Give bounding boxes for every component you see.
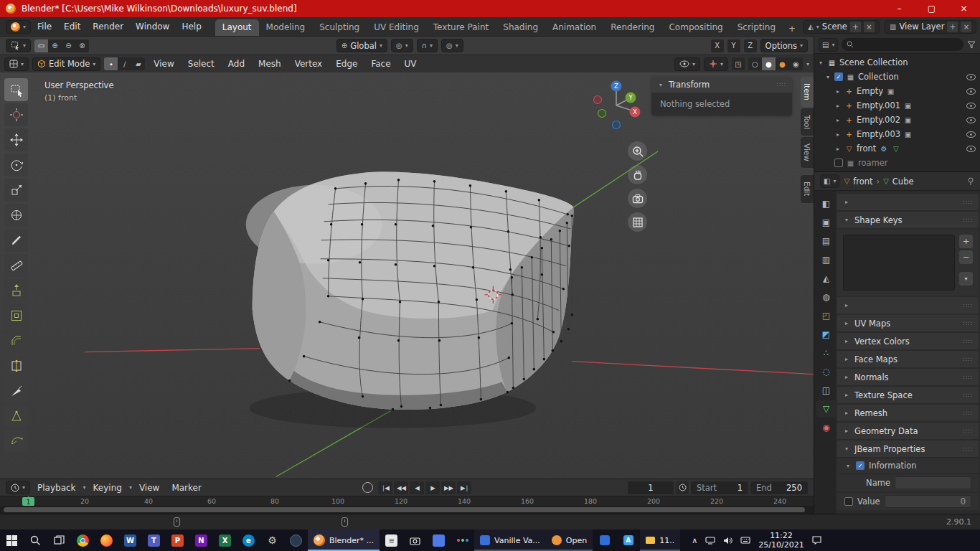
panel-shape-keys[interactable]: ▾ Shape Keys ∷∷ — [837, 212, 979, 228]
breadcrumb-object[interactable]: front — [853, 176, 872, 187]
vertex-select-icon[interactable]: ∙ — [104, 57, 118, 70]
mirror-x-toggle[interactable]: X — [711, 39, 724, 52]
notification-center-icon[interactable] — [812, 536, 821, 545]
object-visibility-dropdown[interactable]: ▾ — [674, 57, 700, 71]
sidebar-tab-tool[interactable]: Tool — [801, 108, 814, 136]
disclosure-icon[interactable]: ▾ — [824, 74, 831, 80]
rotate-tool[interactable] — [4, 154, 28, 176]
ortho-grid-button[interactable] — [628, 212, 647, 232]
disclosure-icon[interactable]: ▸ — [834, 131, 842, 138]
information-subpanel-header[interactable]: ▾ ✓ Information — [837, 458, 979, 473]
value-checkbox[interactable] — [844, 497, 853, 506]
pin-id-button[interactable] — [967, 177, 974, 186]
tab-object[interactable]: ◰ — [816, 307, 836, 324]
properties-editor-type-button[interactable]: ◧ ▾ — [820, 174, 839, 188]
disclosure-icon[interactable]: ▸ — [834, 117, 842, 123]
translate-taskbar-icon[interactable]: A — [616, 529, 640, 551]
task-view-button[interactable] — [47, 529, 71, 551]
editor-type-button[interactable]: ▾ — [6, 39, 31, 52]
proportional-editing-dropdown[interactable]: ◎ ▾ — [441, 39, 463, 52]
camera-taskbar-icon[interactable] — [403, 529, 427, 551]
disclosure-icon[interactable]: ▸ — [843, 338, 850, 344]
panel-face-maps[interactable]: ▸ Face Maps ∷∷ — [837, 351, 979, 367]
new-scene-button[interactable]: + — [850, 22, 861, 32]
disclosure-icon[interactable]: ▸ — [834, 146, 842, 152]
outliner-search-input[interactable] — [842, 38, 963, 51]
network-icon[interactable] — [705, 537, 715, 545]
face-select-icon[interactable]: ▰ — [131, 57, 145, 70]
gizmos-dropdown[interactable]: ▾ — [704, 57, 728, 71]
tab-material[interactable]: ◉ — [816, 419, 836, 436]
collection-checkbox[interactable] — [834, 159, 843, 167]
timeline-ruler[interactable]: 1 20 40 60 80 100 120 140 160 180 200 22… — [0, 496, 814, 506]
tab-tool[interactable]: ◧ — [816, 195, 836, 212]
annotate-tool[interactable] — [4, 229, 28, 252]
jump-to-start-button[interactable]: ∣◀ — [378, 481, 392, 494]
scale-tool[interactable] — [4, 179, 28, 202]
menu-marker[interactable]: Marker — [166, 481, 206, 495]
panel-collapsed[interactable]: ▸ ∷∷ — [837, 297, 979, 314]
visibility-eye-icon[interactable] — [966, 131, 976, 138]
loop-cut-tool[interactable] — [4, 354, 28, 377]
add-workspace-button[interactable]: + — [783, 22, 801, 36]
panel-texture-space[interactable]: ▸ Texture Space ∷∷ — [837, 387, 979, 403]
panel-jbeam-properties[interactable]: ▾ JBeam Properties ∷∷ — [837, 441, 979, 457]
scrollbar-thumb[interactable] — [4, 507, 805, 512]
shape-key-specials-button[interactable]: ▾ — [959, 272, 973, 286]
shading-material-icon[interactable]: ● — [776, 57, 789, 70]
shading-rendered-icon[interactable]: ◉ — [789, 57, 803, 70]
scene-selector[interactable]: ◭ ▾ Scene + × — [803, 20, 880, 34]
auto-keying-record-button[interactable] — [362, 482, 373, 493]
panel-grip-icon[interactable]: ∷∷ — [963, 338, 973, 345]
mirror-z-toggle[interactable]: Z — [744, 39, 757, 52]
vanille-task-button[interactable]: Vanille Va... — [474, 529, 546, 551]
measure-tool[interactable] — [4, 254, 28, 277]
disclosure-icon[interactable]: ▾ — [817, 60, 824, 66]
tab-modeling[interactable]: Modeling — [259, 19, 313, 36]
timeline-editor-type-button[interactable]: ▾ — [6, 481, 30, 494]
store-taskbar-icon[interactable] — [427, 529, 451, 551]
collection-checkbox[interactable]: ✓ — [834, 72, 843, 81]
pan-hand-button[interactable] — [628, 165, 647, 184]
outliner-row-roamer[interactable]: ▦ roamer — [814, 156, 980, 170]
outliner-row-empty-003[interactable]: ▸ + Empty.003 ▣ — [814, 127, 980, 141]
close-button[interactable]: × — [948, 0, 980, 17]
disclosure-icon[interactable]: ▸ — [843, 356, 850, 362]
transform-panel-header[interactable]: ▾ Transform ∷∷ — [651, 77, 792, 93]
volume-icon[interactable] — [723, 537, 732, 545]
panel-normals[interactable]: ▸ Normals ∷∷ — [837, 369, 979, 385]
select-subtract-icon[interactable]: ⊖ — [62, 39, 75, 52]
move-tool[interactable] — [4, 128, 28, 151]
panel-grip-icon[interactable]: ∷∷ — [963, 217, 973, 224]
menu-edit[interactable]: Edit — [58, 19, 86, 34]
panel-remesh[interactable]: ▸ Remesh ∷∷ — [837, 405, 979, 421]
disclosure-icon[interactable]: ▸ — [834, 103, 842, 109]
panel-vertex-colors[interactable]: ▸ Vertex Colors ∷∷ — [837, 333, 979, 349]
blender-task-button[interactable]: Blender* ... — [308, 529, 380, 551]
tab-layout[interactable]: Layout — [215, 19, 259, 36]
sidebar-tab-view[interactable]: View — [801, 137, 814, 168]
shading-options-chevron-icon[interactable]: ▾ — [806, 61, 809, 67]
tab-render[interactable]: ▣ — [816, 214, 836, 231]
prev-keyframe-button[interactable]: ◀◀ — [394, 481, 408, 494]
menu-timeline-view[interactable]: View — [134, 481, 164, 495]
new-view-layer-button[interactable]: + — [947, 22, 958, 32]
menu-uv[interactable]: UV — [400, 57, 422, 71]
tab-scene[interactable]: ◭ — [816, 270, 836, 287]
extrude-region-tool[interactable] — [4, 279, 28, 302]
panel-grip-icon[interactable]: ∷∷ — [963, 199, 973, 206]
tray-chevron-icon[interactable]: ∧ — [692, 536, 697, 545]
remote-taskbar-icon[interactable] — [593, 529, 616, 551]
next-keyframe-button[interactable]: ▶▶ — [441, 481, 456, 494]
menu-face[interactable]: Face — [366, 57, 395, 71]
outliner-row-empty[interactable]: ▸ + Empty ▣ — [814, 84, 980, 98]
panel-grip-icon[interactable]: ∷∷ — [963, 410, 973, 417]
information-checkbox[interactable]: ✓ — [856, 461, 864, 470]
settings-taskbar-icon[interactable]: ⚙ — [260, 529, 284, 551]
select-set-icon[interactable]: ▭ — [34, 39, 48, 52]
unlink-scene-button[interactable]: × — [864, 22, 875, 32]
filter-button[interactable] — [967, 41, 976, 49]
firefox-taskbar-icon[interactable] — [95, 529, 118, 551]
navigation-gizmo[interactable]: Z Y X — [589, 78, 644, 133]
mirror-y-toggle[interactable]: Y — [727, 39, 740, 52]
